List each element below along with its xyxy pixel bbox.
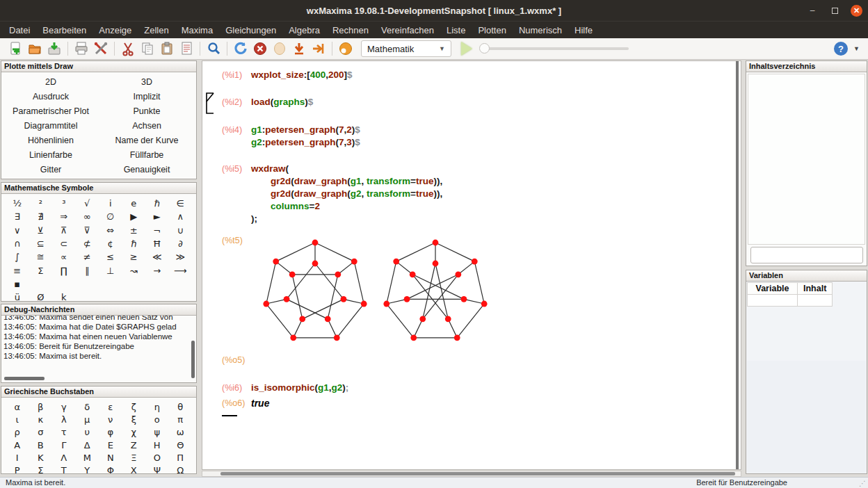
draw-tool-achsen[interactable]: Achsen [99, 118, 195, 133]
symbol-button[interactable]: ½ [6, 197, 29, 210]
variables-row[interactable] [748, 295, 833, 307]
greek-letter-button[interactable]: Φ [99, 464, 122, 474]
new-document-icon[interactable] [7, 40, 24, 57]
symbol-button[interactable]: ≠ [76, 250, 99, 263]
symbol-button[interactable]: ∏ [52, 263, 76, 277]
symbol-button[interactable]: ∨ [6, 224, 29, 237]
greek-letter-button[interactable]: φ [99, 426, 122, 439]
symbol-button[interactable]: ⊽ [76, 224, 99, 237]
symbol-button[interactable]: ∫ [6, 250, 29, 263]
draw-tool-punkte[interactable]: Punkte [99, 104, 195, 118]
greek-letter-button[interactable]: α [6, 400, 29, 413]
toc-list[interactable] [748, 74, 865, 245]
symbol-button[interactable]: e [122, 197, 146, 210]
symbol-button[interactable]: ↝ [122, 263, 146, 277]
resize-grip-icon[interactable]: ⋰ [859, 480, 866, 487]
greek-letter-button[interactable]: Α [6, 439, 29, 451]
draw-tool-implizit[interactable]: Implizit [99, 89, 195, 104]
greek-letter-button[interactable]: Β [29, 439, 53, 451]
symbol-button[interactable]: ∧ [169, 210, 193, 223]
greek-letter-button[interactable]: Ι [6, 451, 29, 464]
symbol-button[interactable]: ∅ [99, 210, 122, 223]
symbol-button[interactable]: ≫ [169, 250, 193, 263]
menu-rechnen[interactable]: Rechnen [326, 22, 375, 39]
draw-tool-3d[interactable]: 3D [99, 74, 195, 89]
greek-letter-button[interactable]: Χ [122, 464, 146, 474]
menu-bearbeiten[interactable]: Bearbeiten [36, 22, 93, 39]
draw-tool-genauigkeit[interactable]: Genauigkeit [99, 162, 195, 177]
debug-vertical-scrollbar[interactable] [191, 341, 195, 378]
greek-letter-button[interactable]: Σ [29, 464, 53, 474]
symbol-button[interactable]: ∞ [76, 210, 99, 223]
greek-letter-button[interactable]: Ω [169, 464, 193, 474]
worksheet-horizontal-scrollbar[interactable] [202, 471, 741, 477]
worksheet-cell[interactable]: (%o5) [202, 354, 741, 366]
menu-hilfe[interactable]: Hilfe [568, 22, 599, 39]
greek-letter-button[interactable]: Μ [76, 451, 99, 464]
symbol-button[interactable]: ³ [52, 197, 76, 210]
worksheet-vertical-scrollbar[interactable] [734, 61, 741, 469]
animation-slider[interactable] [479, 40, 629, 57]
interrupt-icon[interactable] [252, 40, 268, 57]
symbol-button[interactable]: ▪ [6, 277, 29, 291]
symbol-button[interactable]: ± [122, 224, 146, 237]
draw-tool-2d[interactable]: 2D [3, 74, 99, 89]
symbol-button[interactable]: ⊂ [52, 237, 76, 250]
greek-letter-button[interactable]: Λ [52, 451, 76, 464]
draw-tool-name-der-kurve[interactable]: Name der Kurve [99, 133, 195, 147]
symbol-button[interactable]: ² [29, 197, 53, 210]
worksheet[interactable]: (%i1)wxplot_size:[400,200]$(%i2)load(gra… [202, 60, 741, 470]
greek-letter-button[interactable]: Ν [99, 451, 122, 464]
menu-maxima[interactable]: Maxima [175, 22, 220, 39]
greek-letter-button[interactable]: Ε [99, 439, 122, 451]
greek-letter-button[interactable]: υ [76, 426, 99, 439]
symbol-button[interactable]: ⊥ [99, 263, 122, 277]
greek-letter-button[interactable]: λ [52, 413, 76, 425]
help-button[interactable]: ? [834, 42, 848, 56]
draw-tool-linienfarbe[interactable]: Linienfarbe [3, 147, 99, 162]
symbol-button[interactable]: ∝ [52, 250, 76, 263]
worksheet-cell[interactable]: (%i5)wxdraw(gr2d(draw_graph(g1, transfor… [202, 163, 741, 225]
toc-filter-input[interactable] [750, 247, 863, 263]
preferences-icon[interactable] [93, 40, 109, 57]
greek-letter-button[interactable]: ο [145, 413, 169, 425]
greek-letter-button[interactable]: Ψ [145, 464, 169, 474]
greek-letter-button[interactable]: ρ [6, 426, 29, 439]
find-icon[interactable] [205, 40, 222, 57]
greek-letter-button[interactable]: Τ [52, 464, 76, 474]
greek-letter-button[interactable]: ξ [122, 413, 146, 425]
greek-letter-button[interactable]: κ [29, 413, 53, 425]
symbol-button[interactable]: ⊆ [29, 237, 53, 250]
greek-letter-button[interactable]: π [169, 413, 193, 425]
symbol-button[interactable]: ⊼ [52, 224, 76, 237]
worksheet-cell[interactable]: (%i4)g1:petersen_graph(7,2)$g2:petersen_… [202, 124, 741, 149]
jump-to-output-icon[interactable] [291, 40, 307, 57]
greek-letter-button[interactable]: δ [76, 400, 99, 413]
menu-vereinfachen[interactable]: Vereinfachen [375, 22, 440, 39]
worksheet-cell[interactable]: (%i1)wxplot_size:[400,200]$ [202, 69, 741, 81]
symbol-button[interactable]: ⇔ [99, 224, 122, 237]
worksheet-cell[interactable]: (%o6)true [202, 397, 741, 410]
greek-letter-button[interactable]: Γ [52, 439, 76, 451]
symbol-button[interactable]: ⊄ [76, 237, 99, 250]
menu-plotten[interactable]: Plotten [472, 22, 512, 39]
maximize-button[interactable] [828, 4, 841, 17]
cell-bracket[interactable] [206, 92, 215, 117]
open-file-icon[interactable] [26, 40, 43, 57]
draw-tool-füllfarbe[interactable]: Füllfarbe [99, 147, 195, 162]
cell-type-select[interactable]: Mathematik ▼ [361, 40, 451, 57]
greek-letter-button[interactable]: ω [169, 426, 193, 439]
symbol-button[interactable]: Ħ [145, 237, 169, 250]
symbol-button[interactable]: ∥ [76, 263, 99, 277]
symbol-button[interactable]: ℏ [122, 237, 146, 250]
evaluate-cell-icon[interactable] [271, 40, 288, 57]
symbol-button[interactable]: ¢ [99, 237, 122, 250]
symbol-button[interactable]: ∃ [6, 210, 29, 223]
menu-algebra[interactable]: Algebra [282, 22, 326, 39]
symbol-button[interactable]: ⊻ [29, 224, 53, 237]
greek-letter-button[interactable]: ε [99, 400, 122, 413]
menu-gleichungen[interactable]: Gleichungen [219, 22, 282, 39]
greek-letter-button[interactable]: γ [52, 400, 76, 413]
symbol-button[interactable]: ∪ [169, 224, 193, 237]
symbol-button[interactable]: ▶ [122, 210, 146, 223]
